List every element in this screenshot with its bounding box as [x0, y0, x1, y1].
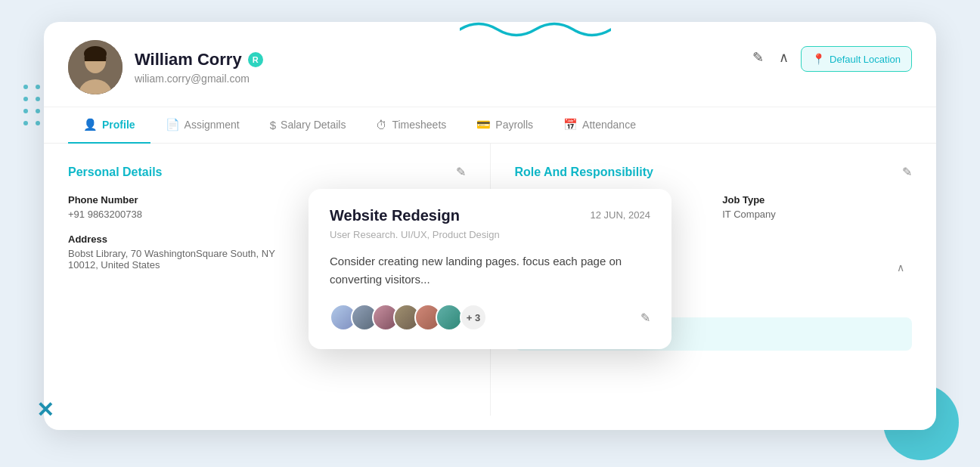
- avatar-group: + 3: [330, 304, 487, 331]
- user-email: wiliam.corry@gmail.com: [135, 73, 263, 85]
- timesheets-tab-label: Timesheets: [392, 119, 446, 131]
- assignment-tab-label: Assignment: [185, 119, 240, 131]
- plus-badge: + 3: [460, 304, 487, 331]
- popup-title: Website Redesign: [330, 207, 460, 224]
- tab-assignment[interactable]: 📄 Assignment: [150, 107, 255, 144]
- tab-timesheets[interactable]: ⏱ Timesheets: [361, 108, 461, 144]
- personal-section-header: Personal Details ✎: [68, 165, 466, 179]
- user-badge: R: [248, 52, 263, 67]
- popup-header: Website Redesign 12 JUN, 2024: [330, 207, 650, 224]
- tab-profile[interactable]: 👤 Profile: [68, 107, 150, 144]
- user-name: William Corry: [135, 50, 242, 70]
- avatar: [68, 40, 122, 94]
- chevron-up-icon: ∧: [897, 261, 904, 274]
- location-icon: 📍: [812, 53, 825, 65]
- tab-attendance[interactable]: 📅 Attendance: [548, 107, 651, 144]
- content-area: Personal Details ✎ Phone Number +91 9863…: [44, 144, 936, 416]
- popup-edit-button[interactable]: ✎: [640, 311, 650, 325]
- salary-tab-icon: $: [270, 119, 276, 131]
- header-actions: ✎ ∧ 📍 Default Location: [749, 40, 912, 72]
- job-type-field: Job Type IT Company: [722, 194, 912, 234]
- popup-subtitle: User Research. UI/UX, Product Design: [330, 229, 650, 240]
- personal-details-title: Personal Details: [68, 165, 163, 179]
- edit-button[interactable]: ✎: [749, 46, 767, 69]
- decorative-wave: [460, 14, 611, 45]
- default-location-button[interactable]: 📍 Default Location: [801, 46, 912, 72]
- role-section-header: Role And Responsibility ✎: [515, 165, 913, 179]
- tab-salary[interactable]: $ Salary Details: [255, 108, 361, 144]
- salary-tab-label: Salary Details: [281, 119, 346, 131]
- job-type-label: Job Type: [722, 194, 912, 206]
- profile-tab-label: Profile: [102, 119, 135, 131]
- role-section-title: Role And Responsibility: [515, 165, 653, 179]
- user-name-row: William Corry R: [135, 50, 263, 70]
- timesheets-tab-icon: ⏱: [376, 119, 387, 131]
- popup-date: 12 JUN, 2024: [591, 209, 651, 221]
- attendance-tab-label: Attendance: [582, 119, 636, 131]
- tab-payrolls[interactable]: 💳 Payrolls: [461, 107, 548, 144]
- user-info-section: William Corry R wiliam.corry@gmail.com: [68, 40, 263, 107]
- popup-footer: + 3 ✎: [330, 304, 650, 331]
- role-edit-button[interactable]: ✎: [902, 165, 912, 179]
- collapse-button[interactable]: ∧: [776, 46, 792, 69]
- default-location-label: Default Location: [830, 54, 901, 65]
- profile-tab-icon: 👤: [83, 118, 98, 131]
- user-info: William Corry R wiliam.corry@gmail.com: [135, 50, 263, 85]
- payrolls-tab-icon: 💳: [476, 118, 491, 131]
- assignment-tab-icon: 📄: [166, 118, 180, 131]
- attendance-tab-icon: 📅: [563, 118, 578, 131]
- x-icon: ✕: [36, 397, 54, 422]
- tabs-bar: 👤 Profile 📄 Assignment $ Salary Details …: [44, 107, 936, 144]
- job-type-value: IT Company: [722, 209, 912, 220]
- personal-details-edit-button[interactable]: ✎: [456, 165, 466, 179]
- payrolls-tab-label: Payrolls: [495, 119, 533, 131]
- group-avatar-6: [436, 304, 463, 331]
- popup-card: Website Redesign 12 JUN, 2024 User Resea…: [309, 189, 671, 349]
- popup-body: Consider creating new landing pages. foc…: [330, 252, 650, 289]
- main-card: William Corry R wiliam.corry@gmail.com ✎…: [44, 22, 936, 430]
